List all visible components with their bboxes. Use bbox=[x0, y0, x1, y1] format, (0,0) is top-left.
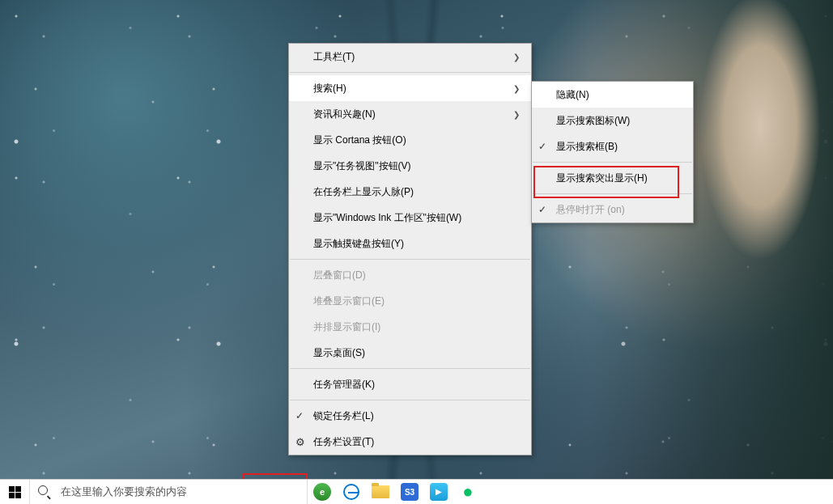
menu-label: 工具栏(T) bbox=[313, 50, 513, 64]
menu-label: 任务栏设置(T) bbox=[313, 435, 520, 449]
windows-logo-icon bbox=[9, 486, 21, 498]
check-icon: ✓ bbox=[538, 204, 546, 215]
taskbar-search-box[interactable]: 在这里输入你要搜索的内容 bbox=[29, 480, 308, 505]
menu-item-cascade: 层叠窗口(D) bbox=[289, 262, 531, 288]
menu-label: 显示"任务视图"按钮(V) bbox=[313, 159, 520, 173]
browser-360-icon: e bbox=[313, 483, 331, 501]
folder-icon bbox=[372, 485, 389, 498]
menu-label: 在任务栏上显示人脉(P) bbox=[313, 185, 520, 199]
menu-label: 搜索(H) bbox=[313, 82, 513, 95]
menu-label: 堆叠显示窗口(E) bbox=[313, 294, 520, 308]
chevron-right-icon: ❯ bbox=[513, 53, 520, 61]
wechat-icon: ● bbox=[462, 481, 473, 502]
menu-item-showdesktop[interactable]: 显示桌面(S) bbox=[289, 340, 531, 366]
search-placeholder: 在这里输入你要搜索的内容 bbox=[61, 485, 187, 499]
submenu-item-show-icon[interactable]: 显示搜索图标(W) bbox=[532, 108, 693, 133]
menu-separator bbox=[290, 368, 530, 369]
menu-item-stacked: 堆叠显示窗口(E) bbox=[289, 288, 531, 314]
taskbar-app-edge[interactable] bbox=[337, 480, 366, 505]
menu-item-toolbars[interactable]: 工具栏(T) ❯ bbox=[289, 44, 531, 70]
taskbar-context-menu: 工具栏(T) ❯ 搜索(H) ❯ 资讯和兴趣(N) ❯ 显示 Cortana 按… bbox=[288, 43, 532, 455]
menu-item-search[interactable]: 搜索(H) ❯ bbox=[289, 75, 531, 101]
start-button[interactable] bbox=[0, 480, 29, 505]
menu-label: 资讯和兴趣(N) bbox=[313, 108, 513, 121]
submenu-item-hover-open: ✓ 悬停时打开 (on) bbox=[532, 197, 693, 222]
check-icon: ✓ bbox=[538, 141, 546, 152]
taskbar-pinned-apps: e S3 ● bbox=[308, 480, 482, 505]
menu-label: 锁定任务栏(L) bbox=[313, 409, 520, 423]
menu-label: 显示搜索框(B) bbox=[556, 140, 682, 154]
menu-separator bbox=[290, 72, 530, 73]
chevron-right-icon: ❯ bbox=[513, 84, 520, 93]
chevron-right-icon: ❯ bbox=[513, 110, 520, 119]
submenu-item-hidden[interactable]: 隐藏(N) bbox=[532, 82, 693, 108]
menu-separator bbox=[533, 162, 692, 163]
menu-item-taskview[interactable]: 显示"任务视图"按钮(V) bbox=[289, 153, 531, 179]
menu-label: 并排显示窗口(I) bbox=[313, 320, 520, 334]
edge-icon bbox=[343, 484, 359, 500]
submenu-item-show-box[interactable]: ✓ 显示搜索框(B) bbox=[532, 133, 693, 159]
menu-label: 显示搜索突出显示(H) bbox=[556, 172, 682, 185]
search-submenu: 隐藏(N) 显示搜索图标(W) ✓ 显示搜索框(B) 显示搜索突出显示(H) ✓… bbox=[531, 81, 694, 223]
menu-item-cortana[interactable]: 显示 Cortana 按钮(O) bbox=[289, 127, 531, 153]
menu-label: 显示桌面(S) bbox=[313, 346, 520, 360]
check-icon: ✓ bbox=[295, 410, 304, 421]
submenu-item-search-highlights[interactable]: 显示搜索突出显示(H) bbox=[532, 165, 693, 191]
s3-icon: S3 bbox=[401, 483, 419, 501]
menu-item-taskbar-settings[interactable]: ⚙ 任务栏设置(T) bbox=[289, 429, 531, 455]
taskbar-app-s3[interactable]: S3 bbox=[395, 480, 424, 505]
gear-icon: ⚙ bbox=[295, 436, 305, 448]
menu-label: 隐藏(N) bbox=[556, 88, 682, 102]
menu-item-people[interactable]: 在任务栏上显示人脉(P) bbox=[289, 179, 531, 205]
taskbar: 在这里输入你要搜索的内容 e S3 ● bbox=[0, 479, 833, 504]
menu-label: 任务管理器(K) bbox=[313, 378, 520, 392]
menu-separator bbox=[290, 259, 530, 260]
menu-label: 悬停时打开 (on) bbox=[556, 203, 682, 217]
taskbar-app-explorer[interactable] bbox=[366, 480, 395, 505]
menu-label: 显示搜索图标(W) bbox=[556, 114, 682, 128]
menu-item-lock-taskbar[interactable]: ✓ 锁定任务栏(L) bbox=[289, 403, 531, 429]
menu-item-news[interactable]: 资讯和兴趣(N) ❯ bbox=[289, 101, 531, 127]
taskbar-app-360browser[interactable]: e bbox=[308, 480, 337, 505]
menu-separator bbox=[290, 400, 530, 400]
menu-item-ink[interactable]: 显示"Windows Ink 工作区"按钮(W) bbox=[289, 205, 531, 231]
menu-separator bbox=[533, 193, 692, 194]
menu-label: 层叠窗口(D) bbox=[313, 269, 520, 282]
search-icon bbox=[38, 485, 51, 498]
menu-item-taskmanager[interactable]: 任务管理器(K) bbox=[289, 371, 531, 397]
menu-item-touchkeyboard[interactable]: 显示触摸键盘按钮(Y) bbox=[289, 231, 531, 256]
taskbar-app-qq[interactable] bbox=[424, 480, 453, 505]
taskbar-app-wechat[interactable]: ● bbox=[453, 480, 482, 505]
menu-item-sidebyside: 并排显示窗口(I) bbox=[289, 314, 531, 340]
menu-label: 显示 Cortana 按钮(O) bbox=[313, 133, 520, 147]
menu-label: 显示"Windows Ink 工作区"按钮(W) bbox=[313, 211, 520, 225]
menu-label: 显示触摸键盘按钮(Y) bbox=[313, 237, 520, 251]
qq-icon bbox=[430, 483, 448, 501]
